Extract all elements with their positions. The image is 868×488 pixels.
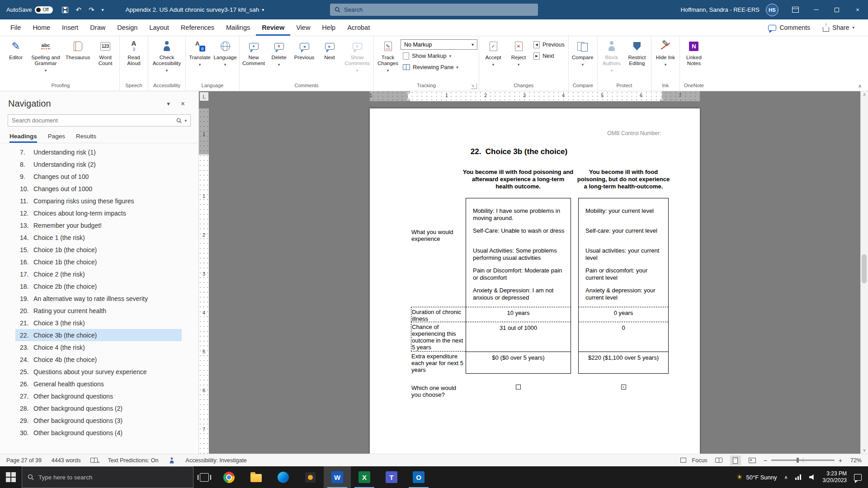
reject-button[interactable]: Reject (506, 38, 531, 68)
save-icon[interactable] (62, 7, 68, 13)
print-layout-button[interactable] (730, 455, 741, 465)
hide-ink-button[interactable]: Hide Ink (653, 38, 678, 68)
horizontal-ruler[interactable]: 11234567 (370, 91, 700, 101)
right-indent-marker[interactable] (660, 98, 664, 101)
word-count-button[interactable]: Word Count (93, 38, 118, 66)
task-view-button[interactable] (193, 466, 215, 488)
show-comments-button[interactable]: Show Comments (342, 38, 372, 74)
customize-qat-chevron-icon[interactable] (102, 7, 104, 12)
ribbon-tab[interactable]: Layout (143, 19, 175, 36)
nav-search-input[interactable] (12, 117, 174, 124)
avatar[interactable]: HS (766, 4, 778, 16)
navigation-options-chevron-icon[interactable] (161, 100, 175, 107)
autosave-switch[interactable]: Off (35, 6, 53, 14)
nav-heading-item[interactable]: 18. Choice 2b (the choice) (15, 280, 182, 292)
language-button[interactable]: Language (212, 38, 238, 68)
nav-heading-item[interactable]: 21. Choice 3 (the risk) (15, 317, 182, 329)
ribbon-tab[interactable]: Help (316, 19, 341, 36)
focus-button[interactable]: Focus (692, 457, 708, 464)
nav-heading-item[interactable]: 17. Choice 2 (the risk) (15, 268, 182, 280)
next-comment-button[interactable]: Next (317, 38, 342, 61)
proofing-status-icon[interactable] (90, 458, 98, 463)
new-comment-button[interactable]: New Comment (241, 38, 266, 66)
weather-widget[interactable]: 50°F Sunny (736, 473, 777, 481)
ribbon-tab[interactable]: Design (111, 19, 143, 36)
nav-heading-item[interactable]: 23. Choice 4 (the risk) (15, 341, 182, 353)
compare-button[interactable]: Compare (570, 38, 595, 68)
nav-heading-item[interactable]: 24. Choice 4b (the choice) (15, 353, 182, 366)
zoom-slider-thumb[interactable] (797, 458, 799, 463)
nav-heading-item[interactable]: 10. Changes out of 1000 (15, 183, 182, 195)
navigation-tab[interactable]: Pages (48, 133, 65, 143)
zoom-slider[interactable] (771, 460, 835, 461)
network-icon[interactable] (795, 474, 802, 480)
taskbar-app-outlook[interactable]: O (405, 466, 432, 488)
vertical-ruler[interactable]: 11234567 (199, 101, 209, 454)
read-aloud-button[interactable]: Read Aloud (121, 38, 146, 66)
ribbon-tab[interactable]: Insert (56, 19, 84, 36)
delete-comment-button[interactable]: Delete (266, 38, 292, 68)
show-markup-button[interactable]: Show Markup (401, 51, 477, 61)
check-accessibility-button[interactable]: Check Accessibility (150, 38, 184, 74)
zoom-out-button[interactable] (764, 457, 767, 464)
first-line-indent-marker[interactable] (406, 91, 410, 94)
accessibility-indicator[interactable]: Accessibility: Investigate (185, 457, 246, 464)
ribbon-tab[interactable]: Draw (84, 19, 111, 36)
ribbon-tab[interactable]: Acrobat (341, 19, 376, 36)
taskbar-search-input[interactable] (38, 474, 188, 481)
next-change-button[interactable]: Next (531, 51, 567, 61)
nav-heading-item[interactable]: 25. Questions about your survey experien… (15, 366, 182, 378)
ribbon-tab[interactable]: Mailings (220, 19, 256, 36)
accessibility-status-icon[interactable] (170, 457, 175, 463)
nav-heading-item[interactable]: 16. Choice 1b (the choice) (15, 256, 182, 268)
display-for-review-select[interactable]: No Markup (401, 39, 477, 50)
share-button[interactable]: Share (823, 24, 854, 32)
taskbar-app-edge[interactable] (269, 466, 297, 488)
navigation-close-icon[interactable] (175, 100, 190, 108)
block-authors-button[interactable]: Block Authors (599, 38, 624, 74)
nav-heading-item[interactable]: 30. Other background questions (4) (15, 427, 182, 439)
nav-search-icon[interactable] (176, 118, 182, 123)
ribbon-tab[interactable]: File (5, 19, 27, 36)
taskbar-app-teams[interactable]: T (378, 466, 405, 488)
nav-heading-item[interactable]: 14. Choice 1 (the risk) (15, 231, 182, 244)
comments-button[interactable]: Comments (768, 24, 810, 31)
page-indicator[interactable]: Page 27 of 39 (6, 457, 42, 464)
nav-heading-item[interactable]: 9. Changes out of 100 (15, 170, 182, 183)
spelling-grammar-button[interactable]: Spelling and Grammar (28, 38, 63, 74)
nav-heading-item[interactable]: 19. An alternative way to rate illness s… (15, 292, 182, 305)
nav-heading-item[interactable]: 27. Other background questions (15, 390, 182, 402)
nav-heading-item[interactable]: 28. Other background questions (2) (15, 402, 182, 414)
track-changes-button[interactable]: Track Changes (375, 38, 401, 74)
minimize-button[interactable] (806, 0, 826, 19)
nav-search-box[interactable] (8, 114, 191, 127)
ribbon-tab[interactable]: View (290, 19, 316, 36)
nav-search-chevron-icon[interactable] (184, 118, 187, 123)
document-page[interactable]: OMB Control Number: 22. Choice 3b (the c… (370, 108, 700, 454)
scrollbar-thumb[interactable] (862, 254, 867, 283)
taskbar-app-excel[interactable]: X (351, 466, 378, 488)
collapse-ribbon-chevron-icon[interactable] (858, 83, 862, 89)
previous-comment-button[interactable]: Previous (292, 38, 317, 61)
taskbar-app-word[interactable]: W (324, 466, 351, 488)
ribbon-tab[interactable]: References (175, 19, 220, 36)
word-count-indicator[interactable]: 4443 words (52, 457, 81, 464)
nav-heading-item[interactable]: 26. General health questions (15, 378, 182, 390)
scroll-up-arrow-icon[interactable] (861, 92, 868, 97)
left-indent-marker[interactable] (406, 98, 410, 101)
reviewing-pane-button[interactable]: Reviewing Pane (401, 62, 477, 72)
taskbar-app-photos[interactable] (297, 466, 324, 488)
document-title[interactable]: Appendix 2. US Adult chronic survey3-17 … (126, 6, 264, 13)
tab-selector[interactable] (200, 92, 208, 101)
web-layout-button[interactable] (747, 455, 758, 465)
titlebar-search[interactable] (330, 4, 538, 16)
translate-button[interactable]: Translate (187, 38, 212, 68)
restrict-editing-button[interactable]: Restrict Editing (624, 38, 650, 66)
zoom-in-button[interactable] (839, 457, 842, 464)
taskbar-search-box[interactable] (22, 466, 193, 488)
text-predictions-indicator[interactable]: Text Predictions: On (108, 457, 158, 464)
nav-heading-item[interactable]: 13. Remember your budget! (15, 219, 182, 231)
navigation-tab[interactable]: Headings (9, 133, 37, 143)
ribbon-tab[interactable]: Home (27, 19, 56, 36)
search-input[interactable] (344, 6, 533, 13)
